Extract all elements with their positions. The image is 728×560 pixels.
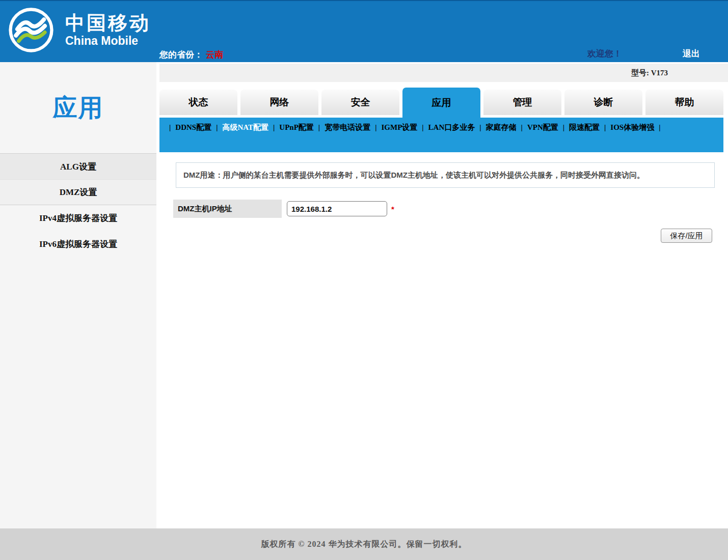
dmz-host-ip-row: DMZ主机IP地址 *	[173, 200, 728, 218]
china-mobile-logo-text: 中国移动 China Mobile	[65, 13, 151, 47]
sidebar-menu: ALG设置DMZ设置IPv4虚拟服务器设置IPv6虚拟服务器设置	[0, 153, 156, 257]
dmz-host-ip-label: DMZ主机IP地址	[173, 200, 282, 218]
dmz-description-box: DMZ用途：用户侧的某台主机需要提供外部服务时，可以设置DMZ主机地址，使该主机…	[176, 162, 715, 188]
logo-en-text: China Mobile	[65, 34, 151, 47]
dmz-description-text: DMZ用途：用户侧的某台主机需要提供外部服务时，可以设置DMZ主机地址，使该主机…	[183, 171, 644, 179]
dmz-host-ip-input[interactable]	[287, 201, 387, 216]
subnav-separator: |	[604, 123, 606, 131]
tab-management[interactable]: 管理	[483, 90, 561, 115]
sidebar-item-ipv6-virtual-server-settings[interactable]: IPv6虚拟服务器设置	[0, 231, 156, 257]
logout-button[interactable]: 退出	[683, 48, 700, 60]
subnav-separator: |	[563, 123, 564, 131]
top-header: 中国移动 China Mobile 您的省份：云南 欢迎您！ 退出	[0, 0, 728, 62]
body-row: 应用 ALG设置DMZ设置IPv4虚拟服务器设置IPv6虚拟服务器设置 型号: …	[0, 62, 728, 528]
copyright-text: 版权所有 © 2024 华为技术有限公司。保留一切权利。	[261, 539, 467, 550]
sidebar-title: 应用	[53, 92, 104, 124]
province-indicator: 您的省份：云南	[159, 49, 223, 61]
sidebar-item-ipv4-virtual-server-settings[interactable]: IPv4虚拟服务器设置	[0, 205, 156, 231]
router-admin-page: 中国移动 China Mobile 您的省份：云南 欢迎您！ 退出 应用 ALG…	[0, 0, 728, 560]
tab-security[interactable]: 安全	[321, 90, 399, 115]
subnav-item-ios-experience-enhance[interactable]: IOS体验增强	[610, 123, 654, 131]
subnav-item-broadband-phone-settings[interactable]: 宽带电话设置	[325, 123, 370, 131]
tab-network[interactable]: 网络	[240, 90, 318, 115]
sidebar-item-alg-settings[interactable]: ALG设置	[0, 153, 156, 179]
province-link[interactable]: 云南	[206, 50, 223, 60]
province-label: 您的省份：	[159, 50, 203, 60]
required-asterisk: *	[391, 205, 394, 213]
subnav-separator: |	[169, 123, 171, 131]
sub-navigation: |DDNS配置|高级NAT配置|UPnP配置|宽带电话设置|IGMP设置|LAN…	[159, 118, 723, 152]
subnav-item-upnp-config[interactable]: UPnP配置	[279, 123, 314, 131]
subnav-item-advanced-nat-config[interactable]: 高级NAT配置	[222, 123, 268, 131]
subnav-item-rate-limit-config[interactable]: 限速配置	[569, 123, 600, 131]
china-mobile-logo-icon	[8, 7, 54, 53]
sidebar: 应用 ALG设置DMZ设置IPv4虚拟服务器设置IPv6虚拟服务器设置	[0, 62, 156, 528]
subnav-separator: |	[273, 123, 275, 131]
subnav-item-vpn-config[interactable]: VPN配置	[527, 123, 558, 131]
subnav-separator: |	[375, 123, 376, 131]
logo-cn-text: 中国移动	[65, 13, 151, 34]
tab-status[interactable]: 状态	[159, 90, 237, 115]
welcome-text: 欢迎您！	[587, 48, 622, 60]
main-column: 型号: V173 状态网络安全应用管理诊断帮助 |DDNS配置|高级NAT配置|…	[159, 62, 728, 528]
tab-diagnosis[interactable]: 诊断	[564, 90, 642, 115]
subnav-item-ddns-config[interactable]: DDNS配置	[175, 123, 211, 131]
footer: 版权所有 © 2024 华为技术有限公司。保留一切权利。	[0, 528, 728, 560]
subnav-separator: |	[216, 123, 218, 131]
subnav-separator: |	[659, 123, 660, 131]
model-label: 型号: V173	[631, 68, 668, 78]
china-mobile-logo: 中国移动 China Mobile	[8, 7, 151, 53]
subnav-item-igmp-settings[interactable]: IGMP设置	[381, 123, 417, 131]
subnav-item-lan-multi-service[interactable]: LAN口多业务	[428, 123, 475, 131]
save-apply-button[interactable]: 保存/应用	[661, 229, 712, 243]
model-bar: 型号: V173	[159, 64, 728, 82]
tab-application[interactable]: 应用	[402, 88, 480, 118]
subnav-separator: |	[422, 123, 423, 131]
tabs-spacer	[159, 82, 728, 88]
sidebar-item-dmz-settings[interactable]: DMZ设置	[0, 179, 156, 205]
main-tabs: 状态网络安全应用管理诊断帮助	[159, 88, 728, 118]
subnav-separator: |	[318, 123, 320, 131]
content-area: DMZ用途：用户侧的某台主机需要提供外部服务时，可以设置DMZ主机地址，使该主机…	[159, 152, 728, 528]
subnav-separator: |	[479, 123, 481, 131]
tab-help[interactable]: 帮助	[645, 90, 723, 115]
sidebar-title-block: 应用	[0, 62, 156, 153]
subnav-item-home-storage[interactable]: 家庭存储	[486, 123, 517, 131]
subnav-separator: |	[521, 123, 523, 131]
button-row: 保存/应用	[159, 229, 728, 243]
